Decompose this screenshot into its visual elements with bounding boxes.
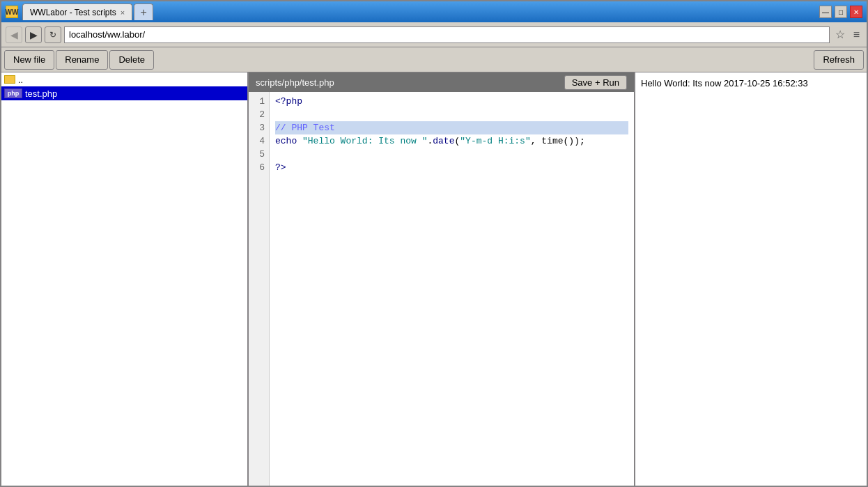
address-bar[interactable] [64, 26, 830, 43]
rename-button[interactable]: Rename [56, 50, 108, 70]
back-button[interactable]: ◀ [6, 26, 22, 43]
line-number: 6 [253, 161, 265, 174]
refresh-button[interactable]: Refresh [814, 50, 864, 70]
file-item-name: test.php [25, 88, 57, 99]
tab-bar: WWLabor - Test scripts × + [22, 3, 153, 20]
output-panel: Hello World: Its now 2017-10-25 16:52:33 [635, 72, 867, 486]
editor-panel: scripts/php/test.php Save + Run 1 2 3 4 … [249, 72, 635, 486]
browser-icon: WW [6, 6, 18, 18]
editor-body[interactable]: 1 2 3 4 5 6 <?php // PHP Test echo "Hell… [249, 92, 634, 486]
code-line-2 [275, 108, 628, 121]
title-bar-controls: — □ ✕ [819, 6, 862, 18]
minimize-button[interactable]: — [819, 6, 832, 18]
code-line-4: echo "Hello World: Its now ".date("Y-m-d… [275, 134, 628, 148]
forward-button[interactable]: ▶ [25, 26, 42, 43]
code-line-3: // PHP Test [275, 121, 628, 134]
line-number: 1 [253, 95, 265, 108]
title-bar-left: WW WWLabor - Test scripts × + [6, 3, 153, 20]
file-panel: .. php test.php [1, 72, 249, 486]
line-number: 5 [253, 148, 265, 161]
output-text: Hello World: Its now 2017-10-25 16:52:33 [641, 78, 808, 88]
new-file-button[interactable]: New file [4, 50, 54, 70]
back-icon: ◀ [10, 29, 18, 40]
refresh-icon: ↻ [49, 30, 56, 40]
code-line-6: ?> [275, 161, 628, 174]
save-run-button[interactable]: Save + Run [564, 75, 627, 90]
maximize-button[interactable]: □ [835, 6, 847, 18]
nav-bar: ◀ ▶ ↻ ☆ ≡ [1, 22, 867, 47]
tab-close-button[interactable]: × [121, 8, 125, 17]
delete-button[interactable]: Delete [109, 50, 154, 70]
bookmark-button[interactable]: ☆ [832, 28, 848, 41]
php-icon: php [4, 88, 22, 98]
toolbar: New file Rename Delete Refresh [1, 47, 867, 72]
code-line-5 [275, 148, 628, 161]
forward-icon: ▶ [30, 29, 38, 40]
main-content: .. php test.php scripts/php/test.php Sav… [1, 72, 867, 486]
code-area[interactable]: <?php // PHP Test echo "Hello World: Its… [270, 92, 634, 486]
active-tab[interactable]: WWLabor - Test scripts × [22, 3, 132, 20]
code-line-1: <?php [275, 95, 628, 108]
browser-menu-button[interactable]: ≡ [851, 29, 862, 41]
folder-icon [4, 75, 15, 84]
title-bar: WW WWLabor - Test scripts × + — □ ✕ [1, 1, 867, 22]
nav-refresh-button[interactable]: ↻ [45, 26, 61, 43]
tab-label: WWLabor - Test scripts [30, 8, 116, 17]
list-item-parent[interactable]: .. [1, 72, 247, 86]
close-button[interactable]: ✕ [850, 6, 862, 18]
new-tab-button[interactable]: + [134, 3, 153, 20]
line-number: 3 [253, 121, 265, 134]
file-item-name: .. [18, 75, 23, 85]
line-number: 2 [253, 108, 265, 121]
browser-window: WW WWLabor - Test scripts × + — □ ✕ ◀ ▶ [0, 0, 868, 487]
list-item-testphp[interactable]: php test.php [1, 86, 247, 100]
line-numbers: 1 2 3 4 5 6 [249, 92, 270, 486]
editor-path: scripts/php/test.php [256, 77, 334, 88]
line-number: 4 [253, 134, 265, 148]
editor-header: scripts/php/test.php Save + Run [249, 72, 634, 92]
